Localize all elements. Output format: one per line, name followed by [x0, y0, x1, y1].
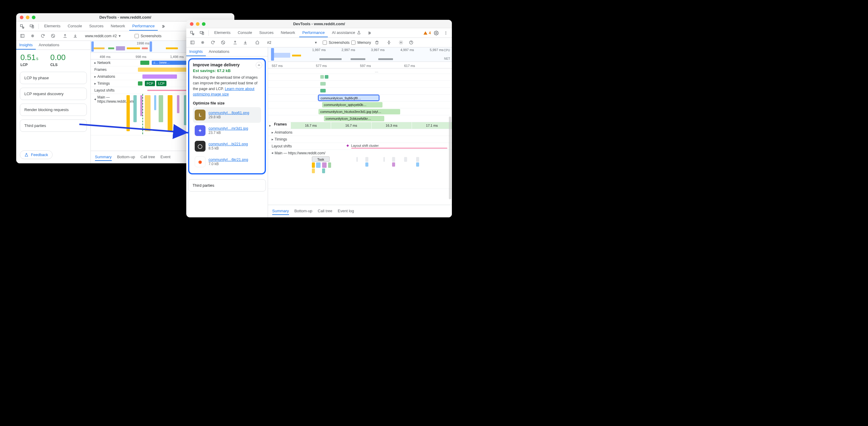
upload-icon[interactable] — [231, 39, 239, 46]
more-tabs-icon[interactable] — [159, 23, 167, 30]
network-chip[interactable]: communityIcon_qqtvyeb0b… — [322, 102, 382, 107]
network-chip[interactable]: communityIcon_2cbkzwfs6kr… — [324, 116, 384, 121]
chevron-down-icon: ▾ — [93, 98, 97, 100]
network-chip[interactable]: communityIcon_hlczkoi3mr3d1.jpg (styl… — [318, 109, 400, 114]
tab-calltree[interactable]: Call tree — [318, 207, 332, 215]
insight-file-row[interactable]: ◯ communityI…bj221.png 8.5 kB — [193, 138, 261, 154]
tab-eventlog[interactable]: Event log — [338, 207, 354, 215]
file-name-link[interactable]: communityI…6kr21.png — [209, 158, 248, 162]
tab-eventlog[interactable]: Event — [160, 154, 170, 161]
tab-console[interactable]: Console — [65, 22, 85, 31]
track-animations[interactable]: ▸Animations — [268, 129, 452, 136]
window-title: DevTools - www.reddit.com/ — [99, 15, 151, 20]
tab-elements[interactable]: Elements — [41, 22, 63, 31]
network-entry[interactable] — [268, 88, 452, 95]
reload-icon[interactable] — [209, 39, 217, 46]
tab-performance[interactable]: Performance — [299, 29, 328, 37]
perf-settings-icon[interactable] — [397, 39, 405, 46]
chip-task[interactable]: Task — [312, 156, 330, 162]
tab-performance[interactable]: Performance — [129, 22, 157, 31]
scrollbar[interactable] — [449, 117, 451, 199]
upload-icon[interactable] — [61, 32, 69, 40]
insights-sidebar: Insights Annotations 0.51s LCP 0.00 CLS … — [16, 41, 91, 163]
inspect-icon[interactable] — [188, 29, 196, 37]
insight-cards: LCP by phase LCP request discovery Rende… — [16, 69, 90, 135]
insight-file-row[interactable]: L communityI…8oq61.png 29.8 kB — [193, 107, 261, 123]
collapse-button[interactable] — [256, 62, 262, 68]
tab-summary[interactable]: Summary — [272, 207, 289, 215]
settings-icon[interactable] — [432, 29, 440, 37]
card-third-parties[interactable]: Third parties — [20, 120, 87, 132]
network-entry[interactable] — [268, 74, 452, 81]
file-name-link[interactable]: communityI…bj221.png — [209, 142, 248, 146]
toggle-side-icon[interactable] — [18, 32, 26, 40]
card-third-parties[interactable]: Third parties — [188, 179, 266, 192]
handle-left[interactable] — [271, 48, 274, 61]
close-icon[interactable] — [20, 15, 24, 19]
help-icon[interactable] — [407, 39, 415, 46]
record-icon[interactable] — [28, 32, 37, 40]
network-entry[interactable] — [268, 81, 452, 88]
insight-file-row[interactable]: ◉ communityI…6kr21.png 7.0 kB — [193, 154, 261, 170]
maximize-icon[interactable] — [32, 15, 35, 19]
card-render-blocking[interactable]: Render blocking requests — [20, 104, 87, 116]
feedback-button[interactable]: Feedback — [20, 151, 53, 159]
kebab-icon[interactable] — [442, 29, 450, 37]
network-entry[interactable]: communityIcon_qqtvyeb0b… — [268, 101, 452, 108]
tab-calltree[interactable]: Call tree — [141, 154, 155, 161]
track-timings[interactable]: ▸Timings — [268, 136, 452, 143]
clear-icon[interactable] — [49, 32, 57, 40]
tab-bottomup[interactable]: Bottom-up — [294, 207, 312, 215]
record-icon[interactable] — [198, 39, 207, 46]
close-icon[interactable] — [190, 22, 193, 26]
tab-sources[interactable]: Sources — [256, 29, 277, 37]
handle-left[interactable] — [91, 41, 94, 52]
trash-icon[interactable] — [373, 39, 381, 46]
card-lcp-request[interactable]: LCP request discovery — [20, 88, 87, 100]
minimize-icon[interactable] — [196, 22, 199, 26]
recording-selector[interactable]: #2 ▾ — [265, 39, 319, 46]
track-layout-shifts[interactable]: Layout shifts ◆ Layout shift cluster — [268, 143, 452, 150]
device-icon[interactable] — [28, 23, 36, 30]
screenshots-checkbox[interactable]: Screenshots — [134, 34, 161, 38]
memory-checkbox[interactable]: Memory — [351, 40, 371, 45]
network-entry[interactable]: communityIcon_hlczkoi3mr3d1.jpg (styl… — [268, 108, 452, 115]
download-icon[interactable] — [71, 32, 79, 40]
tab-ai-assistance[interactable]: AI assistance — [329, 29, 364, 37]
home-icon[interactable] — [253, 39, 261, 46]
side-tab-insights[interactable]: Insights — [186, 47, 206, 56]
tab-console[interactable]: Console — [235, 29, 255, 37]
screenshots-checkbox[interactable]: Screenshots — [323, 40, 349, 45]
inspect-icon[interactable] — [18, 23, 26, 30]
card-lcp-phase[interactable]: LCP by phase — [20, 72, 87, 84]
device-icon[interactable] — [198, 29, 206, 37]
side-tab-annotations[interactable]: Annotations — [206, 47, 232, 56]
tab-sources[interactable]: Sources — [86, 22, 107, 31]
tab-summary[interactable]: Summary — [95, 154, 112, 161]
overview[interactable]: CPU NET 1,997 ms 2,997 ms 3,997 ms 4,997… — [268, 47, 452, 62]
file-name-link[interactable]: communityI…8oq61.png — [209, 111, 249, 115]
handle-right[interactable] — [150, 41, 152, 52]
track-frames[interactable]: ▸ Frames 16.7 ms 16.7 ms 16.3 ms 17.1 ms — [268, 122, 452, 129]
network-chip[interactable]: communityIcon_9yj66cjf8… — [318, 95, 379, 101]
maximize-icon[interactable] — [202, 22, 206, 26]
minimize-icon[interactable] — [26, 15, 29, 19]
more-tabs-icon[interactable] — [365, 29, 373, 37]
side-tab-annotations[interactable]: Annotations — [36, 41, 62, 50]
recording-selector[interactable]: www.reddit.com #2 ▾ — [83, 32, 131, 40]
tab-network[interactable]: Network — [108, 22, 128, 31]
tab-bottomup[interactable]: Bottom-up — [117, 154, 135, 161]
tab-network[interactable]: Network — [278, 29, 298, 37]
network-entry[interactable]: communityIcon_9yj66cjf8… — [268, 95, 452, 101]
network-entry[interactable]: communityIcon_2cbkzwfs6kr… — [268, 115, 452, 122]
tab-elements[interactable]: Elements — [211, 29, 234, 37]
reload-icon[interactable] — [38, 32, 47, 40]
download-icon[interactable] — [241, 39, 249, 46]
clear-icon[interactable] — [219, 39, 227, 46]
issues-button[interactable]: 4 — [423, 31, 431, 35]
side-tab-insights[interactable]: Insights — [16, 41, 36, 50]
divider-icon[interactable] — [385, 39, 393, 46]
toggle-side-icon[interactable] — [188, 39, 196, 46]
insight-file-row[interactable]: ✦ communityI…mr3d1.jpg 23.7 kB — [193, 123, 261, 138]
file-name-link[interactable]: communityI…mr3d1.jpg — [209, 126, 248, 131]
